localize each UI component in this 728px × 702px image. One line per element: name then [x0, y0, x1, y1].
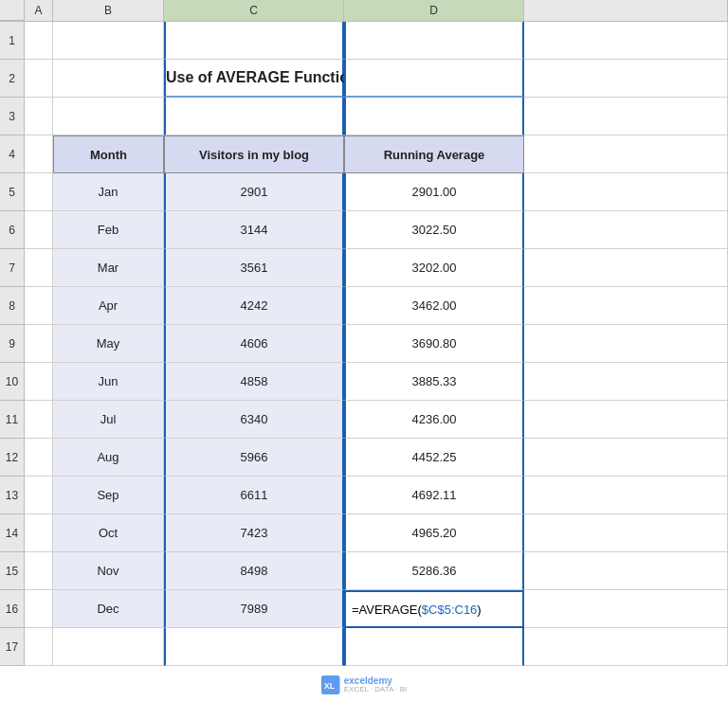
- row-num-13[interactable]: 13: [0, 477, 25, 514]
- cell-b12[interactable]: Aug: [53, 439, 164, 477]
- cell-d7[interactable]: 3202.00: [344, 249, 524, 287]
- cell-b16[interactable]: Dec: [53, 590, 164, 628]
- cell-d2[interactable]: [344, 60, 524, 98]
- row-num-5[interactable]: 5: [0, 173, 25, 211]
- cell-d8[interactable]: 3462.00: [344, 287, 524, 325]
- row-num-17[interactable]: 17: [0, 628, 25, 666]
- cell-d3[interactable]: [344, 98, 524, 135]
- cell-rest-1: [524, 22, 728, 60]
- cell-a5[interactable]: [25, 173, 53, 211]
- row-num-15[interactable]: 15: [0, 552, 25, 590]
- svg-text:XL: XL: [324, 681, 336, 691]
- cell-c15[interactable]: 8498: [164, 552, 344, 590]
- cell-c13[interactable]: 6611: [164, 477, 344, 514]
- cell-rest-12: [524, 439, 728, 477]
- cell-b13[interactable]: Sep: [53, 477, 164, 514]
- cell-b10[interactable]: Jun: [53, 363, 164, 401]
- row-num-1[interactable]: 1: [0, 22, 25, 60]
- cell-c12[interactable]: 5966: [164, 439, 344, 477]
- cell-rest-15: [524, 552, 728, 590]
- cell-c1[interactable]: [164, 22, 344, 60]
- cell-c10[interactable]: 4858: [164, 363, 344, 401]
- cell-a6[interactable]: [25, 211, 53, 249]
- col-header-d[interactable]: D: [344, 0, 524, 21]
- cell-a8[interactable]: [25, 287, 53, 325]
- row-num-12[interactable]: 12: [0, 439, 25, 477]
- cell-b4-month-header[interactable]: Month: [53, 135, 164, 173]
- cell-d13[interactable]: 4692.11: [344, 477, 524, 514]
- cell-c6[interactable]: 3144: [164, 211, 344, 249]
- cell-a16[interactable]: [25, 590, 53, 628]
- cell-a11[interactable]: [25, 401, 53, 439]
- cell-d17[interactable]: [344, 628, 524, 666]
- cell-c8[interactable]: 4242: [164, 287, 344, 325]
- cell-d5[interactable]: 2901.00: [344, 173, 524, 211]
- cell-d6[interactable]: 3022.50: [344, 211, 524, 249]
- cell-b14[interactable]: Oct: [53, 514, 164, 552]
- row-num-11[interactable]: 11: [0, 401, 25, 439]
- cell-rest-10: [524, 363, 728, 401]
- formula-prefix: =AVERAGE(: [352, 603, 422, 617]
- cell-b5[interactable]: Jan: [53, 173, 164, 211]
- cell-b7[interactable]: Mar: [53, 249, 164, 287]
- cell-d4-avg-header[interactable]: Running Average: [344, 135, 524, 173]
- cell-b6[interactable]: Feb: [53, 211, 164, 249]
- cell-b8[interactable]: Apr: [53, 287, 164, 325]
- cell-b9[interactable]: May: [53, 325, 164, 363]
- cell-d16-formula[interactable]: =AVERAGE($C$5:C16): [344, 590, 524, 628]
- cell-a10[interactable]: [25, 363, 53, 401]
- row-num-7[interactable]: 7: [0, 249, 25, 287]
- row-num-8[interactable]: 8: [0, 287, 25, 325]
- cell-a14[interactable]: [25, 514, 53, 552]
- cell-d12[interactable]: 4452.25: [344, 439, 524, 477]
- cell-a17[interactable]: [25, 628, 53, 666]
- cell-b2[interactable]: [53, 60, 164, 98]
- cell-c11[interactable]: 6340: [164, 401, 344, 439]
- cell-b11[interactable]: Jul: [53, 401, 164, 439]
- cell-c16[interactable]: 7989: [164, 590, 344, 628]
- cell-c9[interactable]: 4606: [164, 325, 344, 363]
- cell-a4[interactable]: [25, 135, 53, 173]
- row-numbers: 1 2 3 4 5 6 7 8 9 10 11 12 13 14 15 16 1…: [0, 22, 25, 702]
- col-header-b[interactable]: B: [53, 0, 164, 21]
- cell-d9[interactable]: 3690.80: [344, 325, 524, 363]
- row-num-3[interactable]: 3: [0, 98, 25, 135]
- cell-d11[interactable]: 4236.00: [344, 401, 524, 439]
- cell-a13[interactable]: [25, 477, 53, 514]
- cell-d1[interactable]: [344, 22, 524, 60]
- cell-d14[interactable]: 4965.20: [344, 514, 524, 552]
- cell-c2-title[interactable]: Use of AVERAGE Function: [164, 60, 344, 98]
- cell-a2[interactable]: [25, 60, 53, 98]
- grid-columns: Month Jan Feb Mar Apr May Jun Jul Aug Se…: [25, 22, 728, 702]
- cell-a1[interactable]: [25, 22, 53, 60]
- cell-c4-visitors-header[interactable]: Visitors in my blog: [164, 135, 344, 173]
- row-num-9[interactable]: 9: [0, 325, 25, 363]
- cell-b1[interactable]: [53, 22, 164, 60]
- cell-b17[interactable]: [53, 628, 164, 666]
- row-num-2[interactable]: 2: [0, 60, 25, 98]
- cell-c3[interactable]: [164, 98, 344, 135]
- cell-d15[interactable]: 5286.36: [344, 552, 524, 590]
- cell-d10[interactable]: 3885.33: [344, 363, 524, 401]
- cell-c5[interactable]: 2901: [164, 173, 344, 211]
- cell-c14[interactable]: 7423: [164, 514, 344, 552]
- col-header-c[interactable]: C: [164, 0, 344, 21]
- cell-rest-4: [524, 135, 728, 173]
- cell-a12[interactable]: [25, 439, 53, 477]
- row-num-4[interactable]: 4: [0, 135, 25, 173]
- cell-a15[interactable]: [25, 552, 53, 590]
- row-num-16[interactable]: 16: [0, 590, 25, 628]
- row-num-10[interactable]: 10: [0, 363, 25, 401]
- row-num-6[interactable]: 6: [0, 211, 25, 249]
- cell-a3[interactable]: [25, 98, 53, 135]
- cell-c7[interactable]: 3561: [164, 249, 344, 287]
- cell-b15[interactable]: Nov: [53, 552, 164, 590]
- cell-a7[interactable]: [25, 249, 53, 287]
- watermark-sub: EXCEL · DATA · BI: [344, 686, 408, 694]
- row-num-14[interactable]: 14: [0, 514, 25, 552]
- cell-rest-7: [524, 249, 728, 287]
- col-header-a[interactable]: A: [25, 0, 53, 21]
- cell-a9[interactable]: [25, 325, 53, 363]
- cell-b3[interactable]: [53, 98, 164, 135]
- cell-c17[interactable]: [164, 628, 344, 666]
